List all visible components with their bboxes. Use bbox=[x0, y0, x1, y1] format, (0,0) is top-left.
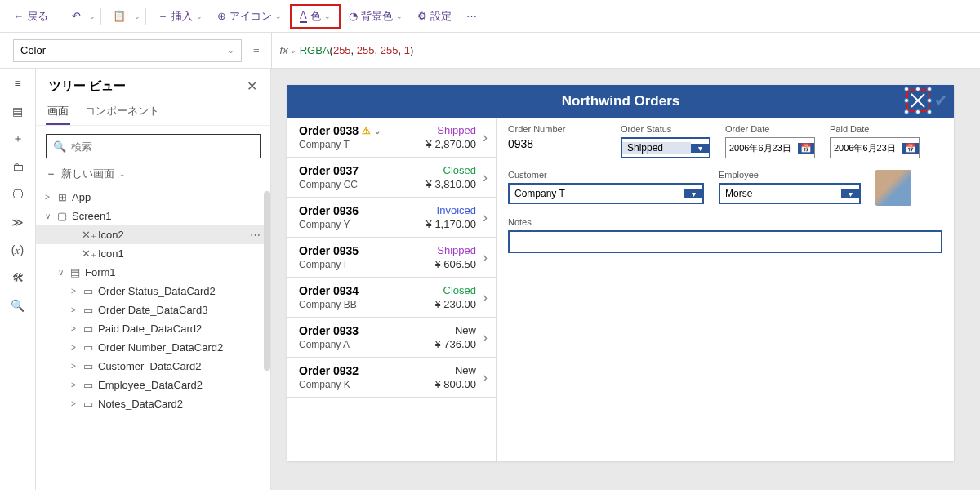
chevron-down-icon: ▾ bbox=[684, 189, 702, 198]
separator bbox=[100, 8, 101, 24]
color-button-highlighted: A 色 ⌄ bbox=[290, 4, 341, 29]
employee-avatar bbox=[875, 170, 911, 206]
order-status-label: Order Status bbox=[621, 124, 710, 134]
paste-button[interactable]: 📋 bbox=[106, 7, 132, 25]
search-icon: 🔍 bbox=[53, 140, 66, 153]
tree-item[interactable]: ✕₊Icon1 bbox=[36, 244, 265, 263]
tree-body: >⊞App∨▢Screen1✕₊Icon2⋯✕₊Icon1∨▤Form1>▭Or… bbox=[36, 188, 270, 490]
notes-input[interactable] bbox=[508, 230, 942, 253]
canvas-wrapper: Northwind Orders ✔ Order 0938 ⚠ ⌄Company… bbox=[271, 69, 980, 490]
fx-container: fx⌄ RGBA(255, 255, 255, 1) bbox=[271, 33, 414, 68]
tree-item[interactable]: >⊞App bbox=[36, 188, 265, 207]
tree-item[interactable]: >▭Customer_DataCard2 bbox=[36, 357, 265, 376]
left-rail: ≡ ▤ ＋ 🗀 🖵 ≫ (𝑥) 🛠 🔍 bbox=[0, 69, 36, 490]
overflow-button[interactable]: ⋯ bbox=[460, 7, 483, 25]
chevron-down-icon[interactable]: ⌄ bbox=[134, 12, 140, 20]
calendar-icon: 📅 bbox=[798, 143, 814, 154]
tree-item[interactable]: >▭Notes_DataCard2 bbox=[36, 394, 265, 413]
settings-button[interactable]: ⚙ 設定 bbox=[411, 6, 458, 27]
separator bbox=[145, 8, 146, 24]
rail-tools-icon[interactable]: 🛠 bbox=[10, 270, 26, 286]
order-item[interactable]: Order 0938 ⚠ ⌄Company TShipped¥ 2,870.00… bbox=[287, 118, 496, 158]
rail-add-icon[interactable]: ＋ bbox=[10, 131, 26, 147]
order-item[interactable]: Order 0932Company KNew¥ 800.00› bbox=[287, 358, 496, 398]
formula-bar: Color ⌄ = fx⌄ RGBA(255, 255, 255, 1) bbox=[0, 33, 980, 69]
insert-button[interactable]: ＋ 挿入 ⌄ bbox=[151, 6, 209, 27]
order-item[interactable]: Order 0935Company IShipped¥ 606.50› bbox=[287, 238, 496, 278]
tree-search[interactable]: 🔍 bbox=[46, 134, 261, 158]
tab-components[interactable]: コンポーネント bbox=[83, 99, 161, 125]
undo-button[interactable]: ↶ bbox=[65, 7, 87, 25]
tree-item[interactable]: >▭Order Number_DataCard2 bbox=[36, 338, 265, 357]
property-name: Color bbox=[20, 44, 46, 56]
rail-variables-icon[interactable]: (𝑥) bbox=[10, 242, 26, 258]
chevron-down-icon: ▾ bbox=[691, 144, 709, 153]
employee-label: Employee bbox=[719, 170, 861, 180]
settings-label: 設定 bbox=[430, 9, 452, 24]
order-item[interactable]: Order 0936Company YInvoiced¥ 1,170.00› bbox=[287, 198, 496, 238]
order-date-label: Order Date bbox=[725, 124, 815, 134]
main-area: ≡ ▤ ＋ 🗀 🖵 ≫ (𝑥) 🛠 🔍 ツリー ビュー ✕ 画面 コンポーネント… bbox=[0, 69, 980, 490]
customer-select[interactable]: Company T▾ bbox=[508, 183, 704, 204]
order-item[interactable]: Order 0937Company CCClosed¥ 3,810.00› bbox=[287, 158, 496, 198]
new-screen-button[interactable]: ＋ 新しい画面 ⌄ bbox=[36, 163, 270, 188]
rail-hamburger-icon[interactable]: ≡ bbox=[10, 75, 26, 91]
tree-item[interactable]: >▭Paid Date_DataCard2 bbox=[36, 319, 265, 338]
color-label: 色 bbox=[310, 9, 321, 24]
chevron-down-icon: ▾ bbox=[841, 189, 859, 198]
property-selector[interactable]: Color ⌄ bbox=[13, 39, 242, 62]
submit-icon[interactable]: ✔ bbox=[929, 89, 952, 112]
rail-data-icon[interactable]: 🗀 bbox=[10, 158, 26, 175]
app-canvas: Northwind Orders ✔ Order 0938 ⚠ ⌄Company… bbox=[287, 85, 954, 461]
color-button[interactable]: A 色 ⌄ bbox=[295, 7, 336, 25]
scrollbar[interactable] bbox=[264, 191, 270, 371]
text-color-icon: A bbox=[300, 9, 307, 23]
tab-screens[interactable]: 画面 bbox=[46, 99, 70, 125]
employee-select[interactable]: Morse▾ bbox=[719, 183, 861, 204]
app-header: Northwind Orders ✔ bbox=[287, 85, 954, 118]
chevron-down-icon: ⌄ bbox=[228, 47, 234, 55]
tree-view-panel: ツリー ビュー ✕ 画面 コンポーネント 🔍 ＋ 新しい画面 ⌄ >⊞App∨▢… bbox=[36, 69, 271, 490]
close-icon[interactable]: ✕ bbox=[247, 78, 257, 94]
insert-label: 挿入 bbox=[172, 9, 193, 24]
rail-search-icon[interactable]: 🔍 bbox=[10, 297, 26, 314]
cancel-icon-selected[interactable] bbox=[906, 89, 929, 112]
bgcolor-button[interactable]: ◔ 背景色 ⌄ bbox=[342, 6, 409, 27]
chevron-down-icon[interactable]: ⌄ bbox=[89, 12, 96, 20]
tree-item[interactable]: ∨▢Screen1 bbox=[36, 207, 265, 225]
customer-label: Customer bbox=[508, 170, 704, 180]
icon-button[interactable]: ⊕ アイコン ⌄ bbox=[211, 6, 288, 27]
paid-date-label: Paid Date bbox=[830, 124, 920, 134]
tree-item[interactable]: ✕₊Icon2⋯ bbox=[36, 225, 265, 244]
order-item[interactable]: Order 0934Company BBClosed¥ 230.00› bbox=[287, 278, 496, 318]
order-item[interactable]: Order 0933Company ANew¥ 736.00› bbox=[287, 318, 496, 358]
rail-flows-icon[interactable]: ≫ bbox=[10, 214, 26, 230]
rail-layers-icon[interactable]: ▤ bbox=[10, 103, 26, 119]
fill-icon: ◔ bbox=[349, 10, 358, 22]
gear-icon: ⚙ bbox=[417, 10, 427, 22]
tree-item[interactable]: >▭Employee_DataCard2 bbox=[36, 376, 265, 394]
order-date-input[interactable]: 2006年6月23日📅 bbox=[725, 137, 815, 158]
tree-item[interactable]: >▭Order Date_DataCard3 bbox=[36, 301, 265, 319]
tree-item[interactable]: >▭Order Status_DataCard2 bbox=[36, 282, 265, 301]
fx-icon[interactable]: fx⌄ bbox=[280, 44, 296, 56]
formula-fn: RGBA bbox=[300, 44, 330, 56]
order-number-label: Order Number bbox=[508, 124, 606, 134]
paid-date-input[interactable]: 2006年6月23日📅 bbox=[830, 137, 920, 158]
back-button[interactable]: ← 戻る bbox=[7, 6, 55, 27]
back-label: 戻る bbox=[27, 9, 48, 24]
tree-item[interactable]: ∨▤Form1 bbox=[36, 263, 265, 282]
formula-input[interactable]: RGBA(255, 255, 255, 1) bbox=[300, 44, 414, 56]
order-status-select[interactable]: Shipped▾ bbox=[621, 137, 710, 158]
command-bar: ← 戻る ↶ ⌄ 📋 ⌄ ＋ 挿入 ⌄ ⊕ アイコン ⌄ A 色 ⌄ ◔ 背景色… bbox=[0, 0, 980, 33]
new-screen-label: 新しい画面 bbox=[61, 167, 114, 181]
tree-title: ツリー ビュー bbox=[49, 78, 126, 94]
app-title: Northwind Orders bbox=[562, 93, 680, 109]
calendar-icon: 📅 bbox=[902, 143, 919, 154]
order-number-value: 0938 bbox=[508, 137, 606, 150]
bgcolor-label: 背景色 bbox=[361, 9, 393, 24]
rail-media-icon[interactable]: 🖵 bbox=[10, 186, 26, 203]
order-gallery[interactable]: Order 0938 ⚠ ⌄Company TShipped¥ 2,870.00… bbox=[287, 118, 497, 461]
search-input[interactable] bbox=[71, 140, 253, 153]
order-form: Order Number 0938 Order Status Shipped▾ … bbox=[497, 118, 954, 461]
